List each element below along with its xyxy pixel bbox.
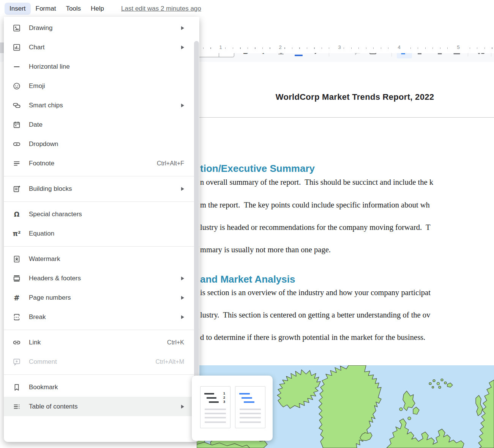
submenu-arrow-icon: [181, 405, 184, 409]
menu-item-building-blocks[interactable]: Building blocks: [4, 179, 199, 198]
body-line: lustry. This section is centered on gett…: [200, 311, 430, 319]
menu-item-table-of-contents[interactable]: Table of contents: [4, 397, 199, 416]
submenu-arrow-icon: [181, 277, 184, 280]
menu-item-date[interactable]: Date: [4, 115, 199, 134]
submenu-arrow-icon: [181, 26, 184, 30]
menubar-insert[interactable]: Insert: [5, 3, 31, 15]
toc-number: 2: [223, 396, 225, 399]
menu-separator: [4, 374, 199, 375]
menu-item-link[interactable]: Link Ctrl+K: [4, 333, 199, 352]
date-icon: [12, 120, 21, 129]
submenu-arrow-icon: [181, 315, 184, 319]
last-edit-link[interactable]: Last edit was 2 minutes ago: [121, 5, 201, 13]
ruler-ticks: [203, 47, 494, 49]
section-heading-executive-summary: tion/Executive Summary: [200, 163, 315, 174]
ruler-number: 4: [395, 44, 403, 50]
menu-item-special-characters[interactable]: Ω Special characters: [4, 204, 199, 224]
section-heading-market-analysis: and Market Analysis: [200, 274, 295, 285]
menu-item-chart[interactable]: Chart: [4, 38, 199, 57]
toc-number: 1: [223, 391, 225, 395]
menu-item-drawing[interactable]: Drawing: [4, 18, 199, 38]
toc-number: 3: [223, 400, 225, 404]
menu-separator: [4, 330, 199, 330]
emoji-icon: [12, 82, 21, 91]
body-line: d to determine if there is growth potent…: [200, 333, 425, 342]
building-blocks-icon: [12, 184, 21, 193]
menubar-tools[interactable]: Tools: [61, 3, 86, 15]
comment-icon: [12, 357, 21, 366]
table-of-contents-submenu: 1 2 3: [192, 376, 273, 441]
menubar: Insert Format Tools Help Last edit was 2…: [0, 0, 494, 17]
submenu-arrow-icon: [181, 46, 184, 49]
menubar-format[interactable]: Format: [31, 3, 61, 15]
menu-item-watermark[interactable]: Watermark: [4, 249, 199, 269]
dropdown-icon: [12, 140, 21, 149]
document-title: WorldCorp Market Trends Report, 2022: [197, 92, 494, 102]
horizontal-line-icon: [12, 62, 21, 71]
menubar-help[interactable]: Help: [86, 3, 109, 15]
link-icon: [12, 338, 21, 347]
menu-item-equation[interactable]: π² Equation: [4, 224, 199, 243]
shortcut-label: Ctrl+K: [167, 339, 184, 346]
menu-separator: [4, 201, 199, 202]
ruler-number: 2: [276, 44, 284, 50]
shortcut-label: Ctrl+Alt+M: [155, 358, 184, 365]
equation-icon: π²: [12, 229, 21, 238]
ruler-number: 1: [216, 44, 225, 50]
header-divider: [192, 117, 494, 118]
body-line: is section is an overview of the industr…: [200, 288, 431, 297]
submenu-arrow-icon: [181, 187, 184, 191]
menu-item-footnote[interactable]: Footnote Ctrl+Alt+F: [4, 154, 199, 173]
menu-item-headers-footers[interactable]: Headers & footers: [4, 269, 199, 288]
menu-separator: [4, 176, 199, 176]
table-of-contents-icon: [12, 402, 21, 411]
shortcut-label: Ctrl+Alt+F: [157, 160, 184, 167]
menu-item-horizontal-line[interactable]: Horizontal line: [4, 57, 199, 76]
ruler-margin-block: [0, 42, 4, 53]
drawing-icon: [12, 24, 21, 33]
watermark-icon: [12, 255, 21, 264]
body-line: lustry is headed or recommendations for …: [200, 223, 431, 232]
bookmark-icon: [12, 383, 21, 392]
body-line: mmary is usually not more than one page.: [200, 245, 331, 254]
toc-option-with-blue-links[interactable]: [235, 386, 265, 428]
headers-footers-icon: [12, 274, 21, 283]
menu-item-emoji[interactable]: Emoji: [4, 76, 199, 96]
page-numbers-icon: #: [12, 293, 21, 302]
ruler-number: 5: [454, 44, 462, 50]
smart-chips-icon: [12, 101, 21, 110]
body-line: n overall summary of the report. This sh…: [200, 178, 433, 187]
ruler-number: 3: [335, 44, 344, 50]
submenu-arrow-icon: [181, 296, 184, 300]
submenu-arrow-icon: [181, 104, 184, 107]
menu-item-smart-chips[interactable]: Smart chips: [4, 96, 199, 115]
menu-item-bookmark[interactable]: Bookmark: [4, 377, 199, 397]
footnote-icon: [12, 159, 21, 168]
menu-item-dropdown[interactable]: Dropdown: [4, 134, 199, 154]
break-icon: [12, 313, 21, 322]
menu-item-comment: Comment Ctrl+Alt+M: [4, 352, 199, 371]
menu-item-break[interactable]: Break: [4, 307, 199, 327]
insert-menu: Drawing Chart Horizontal line Emoji Smar…: [4, 17, 199, 442]
body-line: m the report. The key points could inclu…: [200, 201, 430, 209]
special-characters-icon: Ω: [12, 210, 21, 219]
menu-item-page-numbers[interactable]: # Page numbers: [4, 288, 199, 307]
menu-separator: [4, 246, 199, 247]
toc-option-with-page-numbers[interactable]: 1 2 3: [200, 386, 230, 428]
chart-icon: [12, 43, 21, 52]
